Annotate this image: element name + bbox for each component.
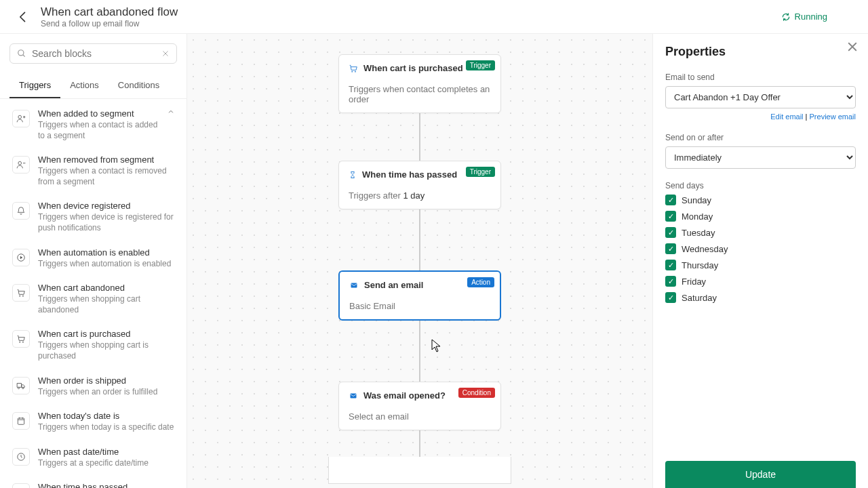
search-input-wrap[interactable] [9,43,177,64]
send-on-label: Send on or after [665,133,856,142]
trigger-badge: Trigger [466,167,495,177]
day-wednesday[interactable]: ✓Wednesday [665,243,856,254]
block-when-removed-from-segment[interactable]: When removed from segment Triggers when … [0,148,186,194]
preview-email-link[interactable]: Preview email [810,113,856,121]
block-desc: Triggers when today is a specific date [38,422,174,433]
cart-icon [349,64,358,73]
flow-canvas[interactable]: Trigger When cart is purchased Triggers … [187,34,652,488]
block-when-order-shipped[interactable]: When order is shipped Triggers when an o… [0,369,186,405]
hourglass-icon [12,483,30,488]
cart-icon [12,284,30,302]
blocks-list[interactable]: When added to segment Triggers when a co… [0,99,186,488]
block-when-time-passed[interactable]: When time has passed Triggers after time… [0,475,186,488]
block-title: When past date/time [38,447,174,457]
search-icon [17,49,26,58]
block-title: When cart abandoned [38,283,174,293]
node-body: Select an email [349,411,491,422]
svg-point-1 [18,115,22,119]
block-when-cart-abandoned[interactable]: When cart abandoned Triggers when shoppi… [0,276,186,322]
properties-panel: Properties Email to send Cart Abandon +1… [652,34,868,488]
block-desc: Triggers when a contact is added to a se… [38,120,159,141]
block-desc: Triggers when automation is enabled [38,259,174,270]
close-icon [846,41,859,53]
node-body: Triggers after 1 day [349,190,491,201]
sidebar: Triggers Actions Conditions When added t… [0,34,187,488]
hourglass-icon [349,170,357,180]
connector [419,430,420,458]
block-title: When automation is enabled [38,247,174,258]
svg-point-0 [18,50,24,56]
back-button[interactable] [14,7,33,26]
day-friday[interactable]: ✓Friday [665,276,856,287]
svg-point-7 [22,342,24,343]
block-when-cart-purchased[interactable]: When cart is purchased Triggers when sho… [0,322,186,368]
email-to-send-select[interactable]: Cart Abandon +1 Day Offer [665,86,856,108]
node-time-passed[interactable]: Trigger When time has passed Triggers af… [338,161,501,209]
chevron-up-icon [167,108,174,115]
node-title: Was email opened? [363,390,446,401]
svg-rect-15 [351,283,357,287]
page-title: When cart abandoned flow [41,5,178,19]
status-text: Running [795,12,827,22]
checkbox-icon: ✓ [665,227,676,238]
sidebar-tabs: Triggers Actions Conditions [0,73,186,99]
branch-container [328,457,511,484]
svg-rect-16 [351,393,357,398]
node-send-email[interactable]: Action Send an email Basic Email [338,270,501,321]
svg-point-4 [19,296,20,297]
block-when-todays-date[interactable]: When today's date is Triggers when today… [0,404,186,440]
block-when-added-to-segment[interactable]: When added to segment Triggers when a co… [0,102,186,148]
block-when-device-registered[interactable]: When device registered Triggers when dev… [0,194,186,240]
person-remove-icon [12,156,30,174]
node-title: When time has passed [362,169,457,180]
svg-point-14 [355,70,356,72]
search-input[interactable] [32,48,161,59]
node-cart-purchased[interactable]: Trigger When cart is purchased Triggers … [338,54,501,113]
block-when-automation-enabled[interactable]: When automation is enabled Triggers when… [0,241,186,277]
node-was-email-opened[interactable]: Condition Was email opened? Select an em… [338,382,501,430]
checkbox-icon: ✓ [665,195,676,205]
connector [419,209,420,270]
block-desc: Triggers when a contact is removed from … [38,166,174,187]
svg-point-9 [22,387,24,388]
arrow-left-icon [16,10,30,24]
clear-search-icon[interactable] [161,49,170,58]
block-title: When cart is purchased [38,329,174,339]
block-desc: Triggers when device is registered for p… [38,212,174,233]
cart-check-icon [12,330,30,348]
action-badge: Action [467,277,494,287]
trigger-badge: Trigger [466,60,495,70]
node-body: Triggers when contact completes an order [349,84,491,104]
day-thursday[interactable]: ✓Thursday [665,260,856,270]
edit-email-link[interactable]: Edit email [770,113,803,121]
day-saturday[interactable]: ✓Saturday [665,292,856,303]
day-monday[interactable]: ✓Monday [665,211,856,222]
email-links: Edit email | Preview email [665,113,856,121]
day-sunday[interactable]: ✓Sunday [665,195,856,205]
checkbox-icon: ✓ [665,243,676,254]
block-title: When added to segment [38,108,159,119]
envelope-icon [349,281,359,289]
play-circle-icon [12,249,30,266]
truck-icon [12,377,30,394]
status-badge[interactable]: Running [781,12,827,22]
svg-rect-10 [18,418,24,424]
tab-actions[interactable]: Actions [60,73,108,98]
send-on-select[interactable]: Immediately [665,146,856,169]
condition-badge: Condition [458,388,495,398]
checkbox-icon: ✓ [665,211,676,222]
close-button[interactable] [846,41,859,53]
node-body: Basic Email [349,301,490,311]
checkbox-icon: ✓ [665,292,676,303]
sync-icon [781,12,791,22]
block-when-past-datetime[interactable]: When past date/time Triggers at a specif… [0,440,186,476]
email-to-send-label: Email to send [665,73,856,82]
day-tuesday[interactable]: ✓Tuesday [665,227,856,238]
connector [419,113,420,161]
block-title: When removed from segment [38,155,174,165]
envelope-open-icon [349,392,358,400]
update-button[interactable]: Update [665,461,856,488]
tab-conditions[interactable]: Conditions [108,73,169,98]
block-desc: Triggers when shopping cart is purchased [38,340,174,361]
tab-triggers[interactable]: Triggers [9,73,60,98]
